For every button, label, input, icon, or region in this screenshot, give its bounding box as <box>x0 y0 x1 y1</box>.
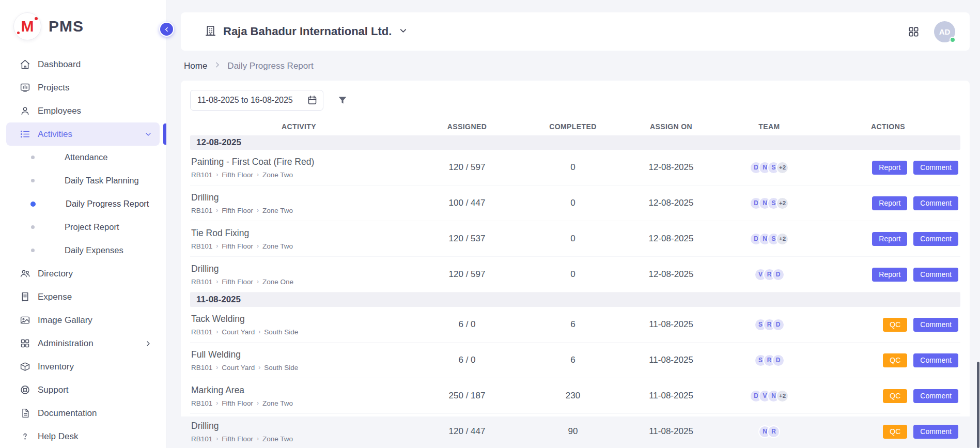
sidebar-item-label: Help Desk <box>38 431 78 442</box>
company-selector[interactable]: Raja Bahadur International Ltd. <box>205 25 408 39</box>
person-icon <box>19 105 30 117</box>
group-date: 11-08-2025 <box>196 295 241 305</box>
sidebar-item-image-gallary[interactable]: Image Gallary <box>6 308 160 332</box>
assign-on-cell: 12-08-2025 <box>619 234 723 244</box>
sidebar-subitem-daily-expenses[interactable]: Daily Expenses <box>6 239 160 262</box>
document-icon <box>19 408 30 419</box>
table-body: 12-08-2025 Painting - First Coat (Fire R… <box>190 135 960 448</box>
completed-cell: 0 <box>526 198 619 208</box>
date-range-picker <box>190 90 323 111</box>
assign-on-cell: 12-08-2025 <box>619 198 723 208</box>
sidebar-item-label: Employees <box>38 106 81 116</box>
breadcrumb-home-link[interactable]: Home <box>184 61 207 71</box>
qc-button[interactable]: QC <box>883 425 907 439</box>
sidebar-subitem-daily-task-planning[interactable]: Daily Task Planning <box>6 169 160 192</box>
activity-title[interactable]: Drilling <box>191 264 402 274</box>
chevron-right-icon <box>144 339 152 348</box>
comment-button[interactable]: Comment <box>913 389 958 403</box>
comment-button[interactable]: Comment <box>913 318 958 332</box>
sidebar-subitem-label: Project Report <box>65 222 119 232</box>
column-header-activity: ACTIVITY <box>190 122 408 131</box>
sidebar-item-activities[interactable]: Activities <box>6 122 160 146</box>
path-segment: Zone Two <box>262 207 293 214</box>
sidebar-item-support[interactable]: Support <box>6 378 160 401</box>
path-segment: Zone Two <box>262 435 293 443</box>
topbar: Raja Bahadur International Ltd. AD <box>181 12 970 51</box>
path-segment: Zone Two <box>262 399 293 407</box>
vertical-scrollbar[interactable] <box>977 362 979 448</box>
table-row: Drilling RB101›Fifth Floor›Zone Two 100 … <box>190 186 960 221</box>
sidebar-item-projects[interactable]: Projects <box>6 76 160 99</box>
sidebar-subitem-daily-progress-report[interactable]: Daily Progress Report <box>6 192 160 215</box>
activity-title[interactable]: Painting - First Coat (Fire Red) <box>191 157 402 167</box>
path-chevron-icon: › <box>216 243 218 249</box>
qc-button[interactable]: QC <box>883 353 907 367</box>
sidebar-item-documentation[interactable]: Documentation <box>6 401 160 425</box>
path-segment: RB101 <box>191 278 212 286</box>
qc-button[interactable]: QC <box>883 389 907 403</box>
sidebar-item-inventory[interactable]: Inventory <box>6 355 160 378</box>
team-member-chip[interactable]: D <box>772 354 785 367</box>
breadcrumb: Home Daily Progress Report <box>181 51 970 81</box>
team-more-chip[interactable]: +2 <box>776 197 789 210</box>
comment-button[interactable]: Comment <box>913 161 958 175</box>
date-range-input[interactable] <box>190 90 323 111</box>
sidebar-item-administration[interactable]: Administration <box>6 332 160 355</box>
actions-cell: QCComment <box>816 389 960 403</box>
filter-funnel-icon[interactable] <box>337 95 348 106</box>
team-more-chip[interactable]: +2 <box>776 390 789 403</box>
report-button[interactable]: Report <box>872 232 907 246</box>
sidebar-item-help-desk[interactable]: Help Desk <box>6 425 160 448</box>
team-more-chip[interactable]: +2 <box>776 233 789 245</box>
assign-on-cell: 11-08-2025 <box>619 319 723 330</box>
report-button[interactable]: Report <box>872 196 907 210</box>
team-more-chip[interactable]: +2 <box>776 161 789 174</box>
activity-title[interactable]: Marking Area <box>191 385 402 396</box>
path-segment: RB101 <box>191 435 212 443</box>
activity-cell: Tie Rod Fixing RB101›Fifth Floor›Zone Tw… <box>190 228 408 250</box>
assigned-cell: 250 / 187 <box>408 391 526 401</box>
sidebar-item-dashboard[interactable]: Dashboard <box>6 53 160 76</box>
topbar-right: AD <box>908 21 955 42</box>
sidebar-subitem-project-report[interactable]: Project Report <box>6 215 160 239</box>
report-button[interactable]: Report <box>872 268 907 282</box>
comment-button[interactable]: Comment <box>913 196 958 210</box>
activity-title[interactable]: Tie Rod Fixing <box>191 228 402 239</box>
assign-on-cell: 11-08-2025 <box>619 391 723 401</box>
team-member-chip[interactable]: R <box>767 425 780 438</box>
sidebar-item-expense[interactable]: Expense <box>6 285 160 308</box>
comment-button[interactable]: Comment <box>913 268 958 282</box>
report-button[interactable]: Report <box>872 161 907 175</box>
team-member-chip[interactable]: D <box>772 268 785 281</box>
assign-on-cell: 12-08-2025 <box>619 162 723 173</box>
sidebar-collapse-button[interactable] <box>159 22 174 37</box>
sidebar-item-label: Expense <box>38 292 72 302</box>
lifebuoy-icon <box>19 384 30 396</box>
sidebar-subitem-label: Attendance <box>65 152 107 162</box>
filter-row <box>190 90 960 111</box>
activity-title[interactable]: Tack Welding <box>191 314 402 325</box>
team-member-chip[interactable]: D <box>772 318 785 331</box>
table-row: Tie Rod Fixing RB101›Fifth Floor›Zone Tw… <box>190 221 960 257</box>
sidebar-item-employees[interactable]: Employees <box>6 99 160 122</box>
activity-title[interactable]: Drilling <box>191 192 402 203</box>
activity-title[interactable]: Drilling <box>191 421 402 431</box>
apps-grid-icon[interactable] <box>908 26 920 38</box>
comment-button[interactable]: Comment <box>913 353 958 367</box>
path-chevron-icon: › <box>257 243 259 249</box>
breadcrumb-current: Daily Progress Report <box>227 61 313 71</box>
comment-button[interactable]: Comment <box>913 232 958 246</box>
user-avatar[interactable]: AD <box>934 21 955 42</box>
comment-button[interactable]: Comment <box>913 425 958 439</box>
path-chevron-icon: › <box>216 279 218 285</box>
activity-title[interactable]: Full Welding <box>191 349 402 360</box>
activity-cell: Painting - First Coat (Fire Red) RB101›F… <box>190 157 408 179</box>
sidebar-item-directory[interactable]: Directory <box>6 262 160 285</box>
question-icon <box>19 431 30 442</box>
path-chevron-icon: › <box>257 279 259 285</box>
sidebar-subitem-attendance[interactable]: Attendance <box>6 146 160 169</box>
qc-button[interactable]: QC <box>883 318 907 332</box>
box-icon <box>19 361 30 373</box>
logo-row: M PMS <box>0 0 166 40</box>
completed-cell: 230 <box>526 391 619 401</box>
